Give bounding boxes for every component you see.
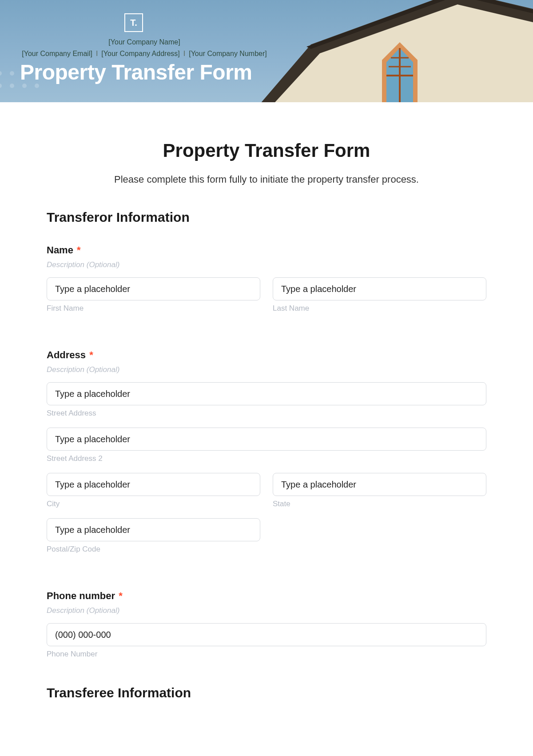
sublabel-phone: Phone Number: [47, 650, 486, 659]
first-name-input[interactable]: [47, 277, 260, 300]
company-meta: [Your Company Name] [Your Company Email]…: [20, 36, 269, 59]
company-number: [Your Company Number]: [189, 48, 267, 60]
required-indicator: *: [119, 590, 123, 601]
field-description: Description (Optional): [47, 260, 486, 269]
required-indicator: *: [77, 244, 81, 256]
label-text: Address: [47, 349, 86, 360]
field-description: Description (Optional): [47, 606, 486, 615]
company-address: [Your Company Address]: [101, 48, 179, 60]
company-logo: T.: [124, 13, 143, 32]
field-description: Description (Optional): [47, 365, 486, 374]
postal-code-input[interactable]: [47, 518, 260, 541]
sublabel-street: Street Address: [47, 409, 486, 418]
form-intro: Please complete this form fully to initi…: [47, 174, 486, 185]
phone-number-input[interactable]: [47, 623, 486, 646]
company-name: [Your Company Name]: [20, 36, 269, 48]
street-address-2-input[interactable]: [47, 428, 486, 451]
section-heading-transferor: Transferor Information: [47, 210, 486, 225]
section-heading-transferee: Transferee Information: [47, 685, 486, 700]
logo-text: T.: [130, 18, 137, 28]
city-input[interactable]: [47, 473, 260, 496]
sublabel-state: State: [273, 500, 486, 508]
hero-title: Property Transfer Form: [20, 60, 252, 84]
sublabel-last-name: Last Name: [273, 304, 486, 313]
house-illustration: [258, 0, 533, 102]
page-title: Property Transfer Form: [47, 140, 486, 161]
separator: I: [183, 48, 185, 60]
label-text: Phone number: [47, 590, 115, 601]
company-email: [Your Company Email]: [22, 48, 92, 60]
label-text: Name: [47, 244, 73, 256]
hero-banner: T. [Your Company Name] [Your Company Ema…: [0, 0, 533, 102]
separator: I: [96, 48, 98, 60]
sublabel-first-name: First Name: [47, 304, 260, 313]
form-content: Property Transfer Form Please complete t…: [0, 102, 533, 742]
street-address-input[interactable]: [47, 382, 486, 405]
field-group-phone: Phone number * Description (Optional) Ph…: [47, 590, 486, 659]
state-input[interactable]: [273, 473, 486, 496]
required-indicator: *: [89, 349, 93, 360]
sublabel-city: City: [47, 500, 260, 508]
field-group-name: Name * Description (Optional) First Name…: [47, 244, 486, 323]
last-name-input[interactable]: [273, 277, 486, 300]
field-label-phone: Phone number *: [47, 590, 486, 602]
sublabel-street2: Street Address 2: [47, 454, 486, 463]
field-label-address: Address *: [47, 349, 486, 361]
field-label-name: Name *: [47, 244, 486, 256]
sublabel-postal: Postal/Zip Code: [47, 545, 260, 554]
field-group-address: Address * Description (Optional) Street …: [47, 349, 486, 564]
